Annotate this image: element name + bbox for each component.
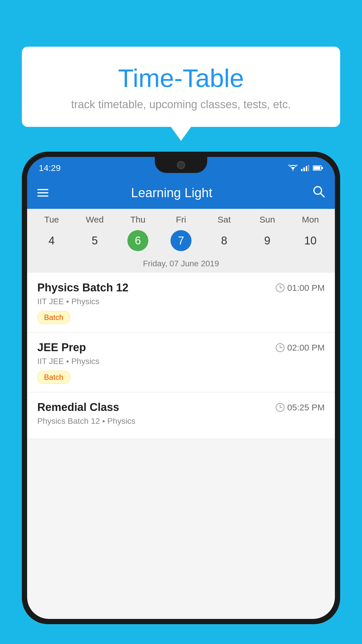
svg-rect-7 xyxy=(322,167,323,169)
day-fri[interactable]: Fri xyxy=(159,215,203,225)
class-item-3[interactable]: Remedial Class 05:25 PM Physics Batch 12… xyxy=(27,392,335,439)
speech-bubble: Time-Table track timetable, upcoming cla… xyxy=(22,47,340,127)
day-sun[interactable]: Sun xyxy=(246,215,289,225)
day-thu[interactable]: Thu xyxy=(116,215,159,225)
calendar-days-header: Tue Wed Thu Fri Sat Sun Mon xyxy=(27,209,335,226)
date-4[interactable]: 4 xyxy=(30,228,73,254)
batch-badge-1: Batch xyxy=(37,311,70,324)
date-10[interactable]: 10 xyxy=(289,228,332,254)
calendar-dates-row: 4 5 6 7 8 9 xyxy=(27,226,335,257)
svg-rect-5 xyxy=(308,165,309,171)
day-wed[interactable]: Wed xyxy=(73,215,116,225)
date-7-selected[interactable]: 7 xyxy=(159,228,203,254)
app-bar: Learning Light xyxy=(27,177,335,209)
battery-icon xyxy=(313,165,323,171)
calendar-section: Tue Wed Thu Fri Sat Sun Mon 4 5 xyxy=(27,209,335,273)
bubble-title: Time-Table xyxy=(45,64,317,92)
date-5[interactable]: 5 xyxy=(73,228,116,254)
class-time-2: 02:00 PM xyxy=(276,343,325,353)
svg-rect-4 xyxy=(306,166,307,171)
selected-date-label: Friday, 07 June 2019 xyxy=(27,257,335,273)
bubble-subtitle: track timetable, upcoming classes, tests… xyxy=(45,98,317,111)
svg-rect-8 xyxy=(313,166,320,170)
status-time: 14:29 xyxy=(39,163,61,173)
class-time-value-2: 02:00 PM xyxy=(287,343,325,353)
class-time-value-1: 01:00 PM xyxy=(287,283,325,293)
class-item-1[interactable]: Physics Batch 12 01:00 PM IIT JEE • Phys… xyxy=(27,273,335,332)
class-time-3: 05:25 PM xyxy=(276,402,325,412)
day-mon[interactable]: Mon xyxy=(289,215,332,225)
date-6-today[interactable]: 6 xyxy=(116,228,159,254)
svg-rect-3 xyxy=(303,167,305,171)
phone-notch xyxy=(155,157,207,173)
class-time-1: 01:00 PM xyxy=(276,283,325,293)
status-icons xyxy=(288,165,323,171)
svg-marker-1 xyxy=(292,170,294,171)
class-name-2: JEE Prep xyxy=(37,341,86,354)
class-subject-1: IIT JEE • Physics xyxy=(37,297,325,306)
date-8[interactable]: 8 xyxy=(203,228,246,254)
phone-frame: 14:29 xyxy=(22,152,340,644)
clock-icon-1 xyxy=(276,284,284,292)
menu-icon[interactable] xyxy=(37,189,48,197)
day-tue[interactable]: Tue xyxy=(30,215,73,225)
clock-icon-3 xyxy=(276,403,284,412)
wifi-icon xyxy=(288,165,298,171)
class-subject-2: IIT JEE • Physics xyxy=(37,357,325,366)
camera xyxy=(177,161,185,169)
clock-icon-2 xyxy=(276,343,284,352)
class-item-3-header: Remedial Class 05:25 PM xyxy=(37,401,325,414)
app-title: Learning Light xyxy=(57,186,286,200)
class-name-1: Physics Batch 12 xyxy=(37,281,129,294)
search-button[interactable] xyxy=(312,185,325,200)
day-sat[interactable]: Sat xyxy=(203,215,246,225)
svg-line-10 xyxy=(320,193,324,197)
svg-rect-2 xyxy=(301,169,303,171)
class-name-3: Remedial Class xyxy=(37,401,119,414)
date-9[interactable]: 9 xyxy=(246,228,289,254)
phone-screen: 14:29 xyxy=(27,157,335,619)
class-item-2-header: JEE Prep 02:00 PM xyxy=(37,341,325,354)
class-item-1-header: Physics Batch 12 01:00 PM xyxy=(37,281,325,294)
svg-marker-0 xyxy=(291,167,295,170)
batch-badge-2: Batch xyxy=(37,371,70,384)
phone-outer: 14:29 xyxy=(22,152,340,624)
class-subject-3: Physics Batch 12 • Physics xyxy=(37,416,325,426)
bubble-card: Time-Table track timetable, upcoming cla… xyxy=(22,47,340,127)
signal-icon xyxy=(301,165,309,171)
class-list: Physics Batch 12 01:00 PM IIT JEE • Phys… xyxy=(27,273,335,439)
class-item-2[interactable]: JEE Prep 02:00 PM IIT JEE • Physics Batc… xyxy=(27,332,335,392)
class-time-value-3: 05:25 PM xyxy=(287,402,325,412)
